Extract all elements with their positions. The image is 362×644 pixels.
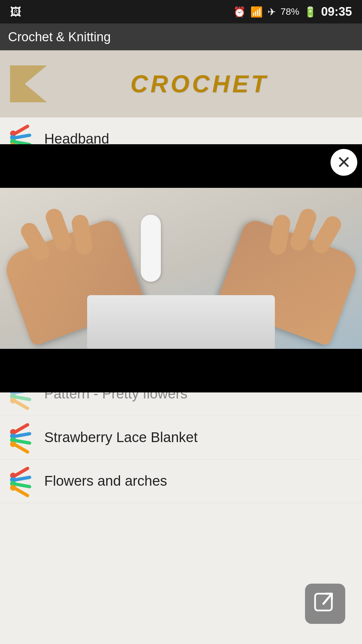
video-scene: [0, 188, 362, 349]
battery-icon: 🔋: [304, 6, 316, 18]
status-bar: 🖼 ⏰ 📶 ✈ 78% 🔋 09:35: [0, 0, 362, 23]
list-item[interactable]: Strawberry Lace Blanket: [0, 416, 362, 460]
crochet-work: [87, 295, 275, 349]
share-button[interactable]: [305, 584, 345, 624]
close-icon: ✕: [337, 154, 351, 171]
svg-line-1: [323, 594, 332, 604]
alarm-icon: ⏰: [233, 6, 246, 18]
share-icon: [313, 592, 337, 615]
battery-text: 78%: [281, 6, 299, 17]
wifi-icon: 📶: [250, 6, 263, 18]
video-bottom-black: [0, 349, 362, 392]
status-bar-left: 🖼: [10, 5, 21, 18]
airplane-icon: ✈: [267, 6, 276, 18]
list-item[interactable]: Flowers and arches: [0, 460, 362, 503]
video-top-black: [0, 144, 362, 188]
video-overlay: ✕: [0, 144, 362, 372]
crochet-banner: CROCHET: [0, 50, 362, 117]
photo-icon: 🖼: [10, 5, 21, 18]
back-arrow[interactable]: [10, 65, 47, 102]
list-item-title-4: Strawberry Lace Blanket: [44, 428, 198, 447]
clock-time[interactable]: 09:35: [321, 5, 352, 19]
list-item-title-5: Flowers and arches: [44, 472, 167, 490]
app-title: Crochet & Knitting: [8, 30, 111, 44]
yarn-white: [141, 215, 161, 282]
scissors-icon-5: [10, 469, 34, 493]
video-close-button[interactable]: ✕: [330, 149, 357, 176]
video-frame[interactable]: [0, 188, 362, 349]
scissors-icon-4: [10, 426, 34, 450]
crochet-banner-text: CROCHET: [47, 70, 352, 98]
app-header: Crochet & Knitting: [0, 23, 362, 50]
status-bar-right: ⏰ 📶 ✈ 78% 🔋 09:35: [233, 5, 352, 19]
